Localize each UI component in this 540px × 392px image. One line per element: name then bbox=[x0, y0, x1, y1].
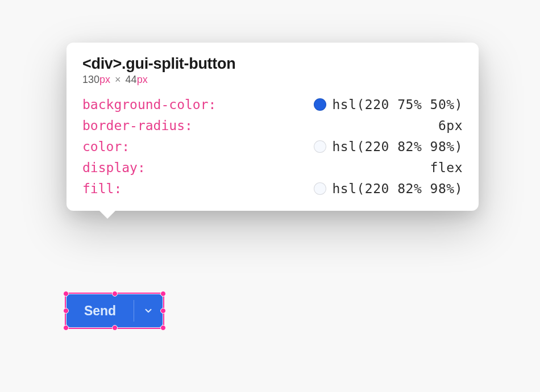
property-colon: : bbox=[209, 97, 217, 112]
color-swatch bbox=[314, 182, 326, 195]
property-name: background-color bbox=[82, 97, 209, 112]
split-button[interactable]: Send bbox=[67, 294, 163, 327]
property-colon: : bbox=[185, 118, 193, 133]
color-swatch bbox=[314, 98, 326, 111]
element-class: .gui-split-button bbox=[122, 55, 235, 72]
tooltip-header: <div>.gui-split-button 130px × 44px bbox=[82, 55, 463, 86]
property-name: border-radius bbox=[82, 118, 185, 133]
send-button-label: Send bbox=[84, 303, 116, 319]
property-row: color:hsl(220 82% 98%) bbox=[82, 139, 463, 154]
properties-list: background-color:hsl(220 75% 50%)border-… bbox=[82, 97, 463, 196]
send-button[interactable]: Send bbox=[67, 294, 134, 327]
height-unit: px bbox=[137, 74, 148, 85]
property-row: background-color:hsl(220 75% 50%) bbox=[82, 97, 463, 112]
property-name: color bbox=[82, 139, 122, 154]
property-name: fill bbox=[82, 181, 114, 196]
width-unit: px bbox=[99, 74, 110, 85]
property-value: 6px bbox=[438, 118, 463, 133]
dimension-separator: × bbox=[115, 74, 121, 85]
property-value: hsl(220 75% 50%) bbox=[332, 97, 463, 112]
inspector-tooltip: <div>.gui-split-button 130px × 44px back… bbox=[67, 43, 479, 211]
element-selector: <div>.gui-split-button bbox=[82, 55, 463, 73]
split-button-container: Send bbox=[67, 294, 163, 327]
property-value: hsl(220 82% 98%) bbox=[332, 139, 463, 154]
property-row: fill:hsl(220 82% 98%) bbox=[82, 181, 463, 196]
property-value: hsl(220 82% 98%) bbox=[332, 181, 463, 196]
element-tag: <div> bbox=[82, 55, 122, 72]
color-swatch bbox=[314, 140, 326, 153]
property-colon: : bbox=[114, 181, 122, 196]
property-value: flex bbox=[430, 160, 463, 175]
property-colon: : bbox=[122, 139, 130, 154]
property-name: display bbox=[82, 160, 138, 175]
height-value: 44 bbox=[126, 74, 137, 85]
dropdown-toggle-button[interactable] bbox=[134, 294, 163, 327]
chevron-down-icon bbox=[143, 306, 153, 316]
width-value: 130 bbox=[82, 74, 99, 85]
property-row: border-radius:6px bbox=[82, 118, 463, 133]
property-colon: : bbox=[138, 160, 146, 175]
property-row: display:flex bbox=[82, 160, 463, 175]
element-dimensions: 130px × 44px bbox=[82, 74, 463, 86]
